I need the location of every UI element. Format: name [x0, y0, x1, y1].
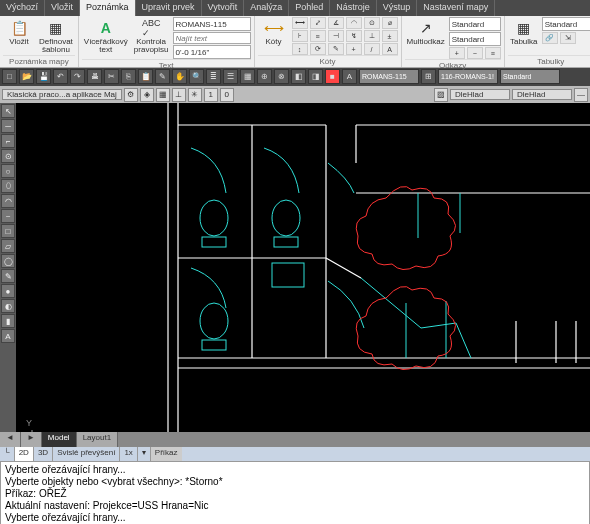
tool-donut-icon[interactable]: ○ — [1, 164, 15, 178]
polar-toggle-icon[interactable]: ✳ — [188, 88, 202, 102]
style-dropdown-3[interactable]: Standard — [500, 69, 560, 84]
hatch-icon[interactable]: ▨ — [434, 88, 448, 102]
tool-point-icon[interactable]: ● — [1, 284, 15, 298]
tab-upravit-prvek[interactable]: Upravit prvek — [136, 0, 202, 16]
dim-break-button[interactable]: ⊣ — [328, 30, 344, 42]
tool-polygon-icon[interactable]: ▱ — [1, 239, 15, 253]
qat-zoom-icon[interactable]: 🔍 — [189, 69, 204, 84]
mleader-style2-combo[interactable]: Standard — [449, 32, 501, 46]
qat-text-icon[interactable]: A — [342, 69, 357, 84]
tool-select-icon[interactable]: ↖ — [1, 104, 15, 118]
qat-redo-icon[interactable]: ↷ — [70, 69, 85, 84]
tool-revcloud-icon[interactable]: ◯ — [1, 254, 15, 268]
qat-tool2-icon[interactable]: ⊗ — [274, 69, 289, 84]
qat-match-icon[interactable]: ✎ — [155, 69, 170, 84]
dim-text-button[interactable]: A — [382, 43, 398, 55]
tab-scroll-right[interactable]: ► — [21, 432, 42, 447]
command-history[interactable]: Vyberte ořezávající hrany... Vyberte obj… — [0, 461, 590, 524]
spellcheck-button[interactable]: ABC✓ Kontrola pravopisu — [132, 17, 171, 55]
qat-plot-icon[interactable]: 🖶 — [87, 69, 102, 84]
tool-region-icon[interactable]: ◐ — [1, 299, 15, 313]
tab-scroll-left[interactable]: ◄ — [0, 432, 21, 447]
tab-model[interactable]: Model — [42, 432, 77, 447]
dim-tol-button[interactable]: ± — [382, 30, 398, 42]
find-text-input[interactable] — [173, 32, 251, 44]
ortho-toggle-icon[interactable]: ⊥ — [172, 88, 186, 102]
linetype-combo-1[interactable]: DleHlad — [450, 89, 510, 100]
style-dropdown-2[interactable]: 116-ROMANS-1! — [438, 69, 498, 84]
qat-save-icon[interactable]: 💾 — [36, 69, 51, 84]
dim-arc-button[interactable]: ◠ — [346, 17, 362, 29]
tool-circle-icon[interactable]: ⊙ — [1, 149, 15, 163]
qat-undo-icon[interactable]: ↶ — [53, 69, 68, 84]
dim-center-button[interactable]: + — [346, 43, 362, 55]
status-dropdown-icon[interactable]: ▾ — [138, 447, 151, 461]
mleader-add-button[interactable]: + — [449, 47, 465, 59]
status-3d-toggle[interactable]: 3D — [34, 447, 53, 461]
dimension-button[interactable]: ⟷ Kóty — [258, 17, 290, 47]
tab-nastaveni-mapy[interactable]: Nastavení mapy — [417, 0, 495, 16]
dim-oblique-button[interactable]: / — [364, 43, 380, 55]
tool-rect-icon[interactable]: □ — [1, 224, 15, 238]
dim-aligned-button[interactable]: ⤢ — [310, 17, 326, 29]
qat-tool1-icon[interactable]: ⊕ — [257, 69, 272, 84]
table-extract-button[interactable]: ⇲ — [560, 32, 576, 44]
dim-angular-button[interactable]: ∡ — [328, 17, 344, 29]
qat-color-icon[interactable]: ■ — [325, 69, 340, 84]
grid-toggle-icon[interactable]: ▦ — [156, 88, 170, 102]
dim-radius-button[interactable]: ⊙ — [364, 17, 380, 29]
linetype-combo-2[interactable]: DleHlad — [512, 89, 572, 100]
text-height-combo[interactable]: 0'-0 1/16" — [173, 45, 251, 59]
tab-vytvorit[interactable]: Vytvořit — [202, 0, 245, 16]
style-dropdown-1[interactable]: ROMANS-115 — [359, 69, 419, 84]
prop-num1[interactable]: 1 — [204, 88, 218, 102]
qat-cut-icon[interactable]: ✂ — [104, 69, 119, 84]
workspace-gear-icon[interactable]: ⚙ — [124, 88, 138, 102]
qat-tool4-icon[interactable]: ◨ — [308, 69, 323, 84]
tool-ellipse-icon[interactable]: ⬯ — [1, 179, 15, 193]
multileader-button[interactable]: ↗ Multiodkaz — [405, 17, 447, 47]
status-2d-toggle[interactable]: 2D — [15, 447, 34, 461]
define-template-button[interactable]: ▦ Definovat šablonu — [37, 17, 75, 55]
tool-hatch-icon[interactable]: ✎ — [1, 269, 15, 283]
table-link-button[interactable]: 🔗 — [542, 32, 558, 44]
mtext-button[interactable]: A Víceřádkový text — [82, 17, 130, 55]
dim-override-button[interactable]: ✎ — [328, 43, 344, 55]
tab-pohled[interactable]: Pohled — [289, 0, 330, 16]
tool-spline-icon[interactable]: ~ — [1, 209, 15, 223]
tab-nastroje[interactable]: Nástroje — [330, 0, 377, 16]
dim-ord-button[interactable]: ⊥ — [364, 30, 380, 42]
dim-continue-button[interactable]: ⊦ — [292, 30, 308, 42]
qat-layers-icon[interactable]: ≣ — [206, 69, 221, 84]
mleader-remove-button[interactable]: − — [467, 47, 483, 59]
qat-paste-icon[interactable]: 📋 — [138, 69, 153, 84]
tool-line-icon[interactable]: ─ — [1, 119, 15, 133]
tool-text-icon[interactable]: A — [1, 329, 15, 343]
mleader-style-combo[interactable]: Standard — [449, 17, 501, 31]
qat-open-icon[interactable]: 📂 — [19, 69, 34, 84]
qat-tool3-icon[interactable]: ◧ — [291, 69, 306, 84]
qat-design-icon[interactable]: ▦ — [240, 69, 255, 84]
prop-num0[interactable]: 0 — [220, 88, 234, 102]
ltscale-icon[interactable]: — — [574, 88, 588, 102]
osnap-toggle-icon[interactable]: ◈ — [140, 88, 154, 102]
mleader-align-button[interactable]: ≡ — [485, 47, 501, 59]
qat-new-icon[interactable]: □ — [2, 69, 17, 84]
dim-baseline-button[interactable]: ≡ — [310, 30, 326, 42]
tool-arc-icon[interactable]: ◠ — [1, 194, 15, 208]
tab-vlozit[interactable]: Vložit — [45, 0, 80, 16]
table-style-combo[interactable]: Standard — [542, 17, 590, 31]
tab-vystup[interactable]: Výstup — [377, 0, 418, 16]
tool-polyline-icon[interactable]: ⌐ — [1, 134, 15, 148]
status-corner-icon[interactable]: └ — [0, 447, 15, 461]
qat-noteadd-icon[interactable]: ⊞ — [421, 69, 436, 84]
tool-block-icon[interactable]: ▮ — [1, 314, 15, 328]
status-prikaz[interactable]: Příkaz — [151, 447, 182, 461]
qat-pan-icon[interactable]: ✋ — [172, 69, 187, 84]
dim-diameter-button[interactable]: ⌀ — [382, 17, 398, 29]
status-scale[interactable]: 1x — [120, 447, 137, 461]
status-exaggeration[interactable]: Svislé převýšení — [53, 447, 120, 461]
dim-jog-button[interactable]: ↯ — [346, 30, 362, 42]
viewport[interactable]: Y X — [16, 103, 590, 432]
tab-analyza[interactable]: Analýza — [244, 0, 289, 16]
